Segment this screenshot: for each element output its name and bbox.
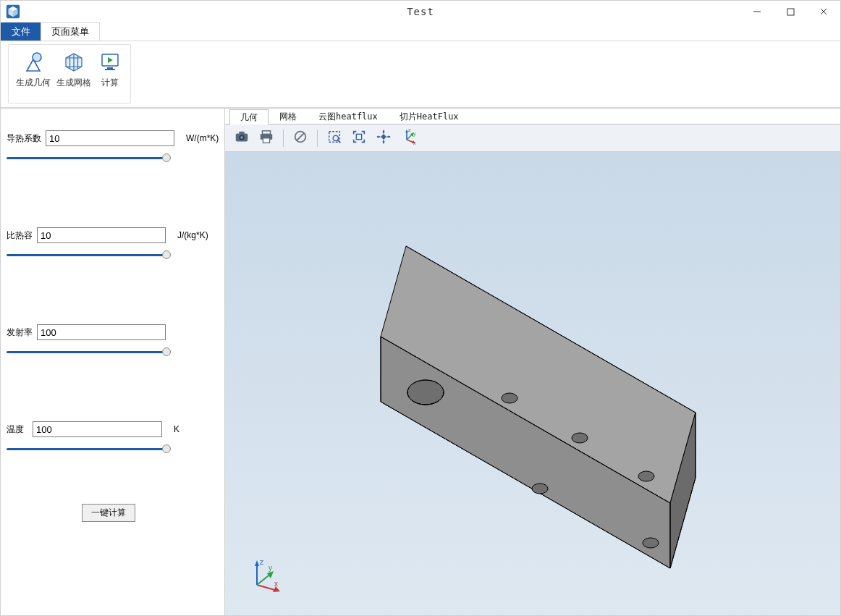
axis-x-label: x xyxy=(274,580,278,588)
tab-mesh[interactable]: 网格 xyxy=(269,109,308,124)
fit-icon xyxy=(351,129,367,147)
svg-text:x: x xyxy=(413,140,416,145)
maximize-button[interactable] xyxy=(774,1,807,22)
heat-capacity-input[interactable] xyxy=(37,227,166,243)
app-icon xyxy=(5,4,21,20)
svg-point-48 xyxy=(532,484,548,494)
svg-point-49 xyxy=(638,471,654,481)
svg-point-50 xyxy=(643,538,659,548)
minimize-button[interactable] xyxy=(740,1,774,22)
zoom-box-button[interactable] xyxy=(324,127,345,149)
ribbon-label: 计算 xyxy=(101,77,119,89)
param-label: 温度 xyxy=(7,423,28,436)
tab-heatflux-slice[interactable]: 切片HeatFlux xyxy=(389,109,470,124)
reset-button[interactable] xyxy=(290,127,311,149)
svg-marker-8 xyxy=(108,57,113,63)
svg-line-19 xyxy=(297,133,305,141)
svg-rect-10 xyxy=(105,69,115,70)
axis-y-label: y xyxy=(269,564,272,572)
param-label: 比热容 xyxy=(7,229,33,242)
mesh-icon xyxy=(62,49,86,74)
svg-point-47 xyxy=(572,433,588,443)
param-unit: K xyxy=(166,424,210,434)
ribbon-label: 生成网格 xyxy=(56,77,91,89)
generate-mesh-button[interactable]: 生成网格 xyxy=(54,46,94,101)
conductivity-slider[interactable] xyxy=(7,153,166,164)
axis-z-label: z xyxy=(260,558,263,566)
ribbon: 生成几何 生成网格 xyxy=(1,41,840,108)
svg-marker-52 xyxy=(255,560,259,566)
compute-icon xyxy=(98,49,122,74)
temperature-slider[interactable] xyxy=(7,444,166,455)
svg-rect-17 xyxy=(263,138,269,143)
param-label: 导热系数 xyxy=(7,132,41,145)
tab-geometry[interactable]: 几何 xyxy=(229,109,269,125)
window-title: Test xyxy=(407,6,434,17)
expand-button[interactable] xyxy=(373,127,394,149)
screenshot-button[interactable] xyxy=(231,127,253,149)
viewport-toolbar: z y x xyxy=(225,125,840,152)
one-click-compute-button[interactable]: 一键计算 xyxy=(82,504,135,522)
axis-orient-button[interactable]: z y x xyxy=(397,127,419,149)
param-emissivity: 发射率 xyxy=(7,324,210,358)
svg-rect-23 xyxy=(356,134,361,139)
param-unit: J/(kg*K) xyxy=(170,230,210,240)
menu-tab-label: 页面菜单 xyxy=(51,25,89,38)
svg-rect-9 xyxy=(107,67,113,69)
svg-text:y: y xyxy=(413,131,416,137)
param-temperature: 温度 K xyxy=(7,421,210,455)
svg-rect-2 xyxy=(787,9,794,15)
menu-tab-file[interactable]: 文件 xyxy=(1,22,41,41)
param-heat-capacity: 比热容 J/(kg*K) xyxy=(7,227,210,261)
generate-geometry-button[interactable]: 生成几何 xyxy=(13,46,54,101)
svg-rect-12 xyxy=(239,132,244,135)
menu-tab-page[interactable]: 页面菜单 xyxy=(41,22,100,41)
print-button[interactable] xyxy=(255,127,277,149)
viewport-area: 几何 网格 云图heatflux 切片HeatFlux xyxy=(225,109,840,615)
param-unit: W/(m*K) xyxy=(179,133,219,143)
svg-point-14 xyxy=(240,136,243,139)
axis-triad: z x y xyxy=(247,557,283,594)
tab-label: 网格 xyxy=(279,111,297,123)
tab-label: 切片HeatFlux xyxy=(400,111,459,123)
svg-marker-56 xyxy=(267,571,274,578)
sidebar: 导热系数 W/(m*K) 比热容 J/(kg*K) xyxy=(1,109,225,615)
temperature-input[interactable] xyxy=(33,421,162,437)
close-button[interactable] xyxy=(807,1,840,22)
camera-icon xyxy=(234,129,250,147)
svg-point-21 xyxy=(333,135,338,140)
conductivity-input[interactable] xyxy=(46,130,174,146)
tab-heatflux-contour[interactable]: 云图heatflux xyxy=(308,109,389,124)
axis-icon: z y x xyxy=(400,128,417,148)
svg-rect-15 xyxy=(263,131,271,135)
svg-point-46 xyxy=(502,393,517,403)
viewport-tabs: 几何 网格 云图heatflux 切片HeatFlux xyxy=(225,109,840,125)
geometry-icon xyxy=(21,49,46,74)
tab-label: 几何 xyxy=(240,111,258,124)
zoom-box-icon xyxy=(326,129,342,147)
expand-icon xyxy=(376,129,392,147)
svg-text:z: z xyxy=(408,128,411,132)
menu-tab-label: 文件 xyxy=(12,25,30,38)
param-conductivity: 导热系数 W/(m*K) xyxy=(7,130,210,164)
param-label: 发射率 xyxy=(7,326,33,339)
heat-capacity-slider[interactable] xyxy=(7,250,166,261)
viewport-canvas[interactable]: z x y xyxy=(225,152,840,615)
svg-rect-24 xyxy=(381,134,386,140)
emissivity-slider[interactable] xyxy=(7,347,166,358)
emissivity-input[interactable] xyxy=(37,324,166,340)
titlebar: Test xyxy=(1,1,840,22)
tab-label: 云图heatflux xyxy=(318,111,378,123)
forbidden-icon xyxy=(292,129,308,147)
fit-view-button[interactable] xyxy=(348,127,370,149)
svg-point-6 xyxy=(33,53,41,62)
menu-tabs: 文件 页面菜单 xyxy=(1,22,840,41)
ribbon-label: 生成几何 xyxy=(16,77,51,89)
compute-button[interactable]: 计算 xyxy=(94,46,126,101)
printer-icon xyxy=(258,129,274,147)
